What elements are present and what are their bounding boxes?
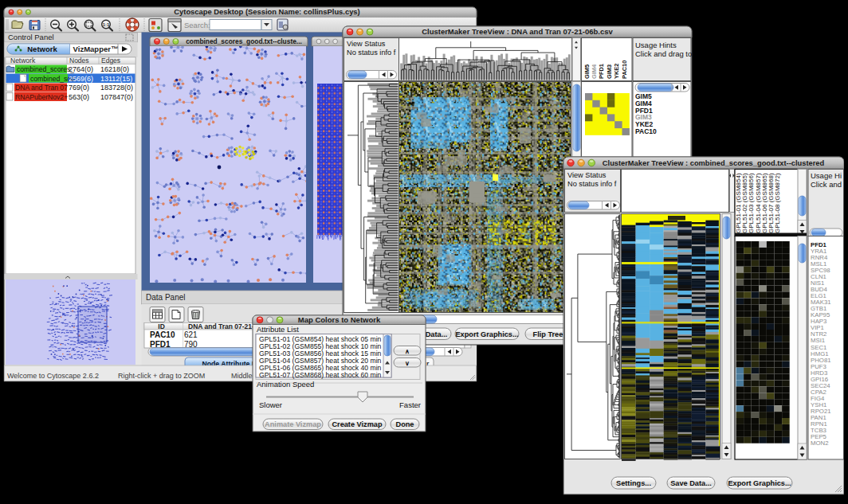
svg-text:Click and drag to: Click and drag to [635, 49, 692, 58]
svg-text:Slower: Slower [259, 400, 282, 409]
svg-text:16218(0): 16218(0) [100, 65, 129, 73]
svg-text:PFD1: PFD1 [150, 340, 171, 349]
svg-text:Export Graphics...: Export Graphics... [728, 479, 791, 487]
svg-text:Map Colors to Network: Map Colors to Network [298, 315, 381, 324]
svg-text:Settings...: Settings... [616, 479, 651, 487]
svg-text:Cytoscape Desktop (Session Nam: Cytoscape Desktop (Session Name: collins… [174, 7, 359, 16]
svg-text:183728(0): 183728(0) [100, 84, 133, 92]
svg-text:∨: ∨ [405, 360, 410, 367]
svg-text:No status info f: No status info f [567, 180, 617, 188]
svg-text:VizMapper™: VizMapper™ [73, 45, 119, 53]
svg-text:ID: ID [158, 322, 165, 330]
svg-text:Done: Done [396, 420, 414, 428]
svg-text:Network: Network [27, 45, 57, 53]
svg-text:563(0): 563(0) [69, 93, 89, 101]
svg-text:Save Data...: Save Data... [670, 479, 712, 487]
svg-text:GIM5: GIM5 [583, 64, 591, 79]
svg-text:combined_scores_: combined_scores_ [17, 65, 74, 73]
svg-text:YKE2: YKE2 [613, 64, 620, 79]
svg-text:769(0): 769(0) [69, 84, 89, 92]
svg-text:ClusterMaker TreeView : DNA an: ClusterMaker TreeView : DNA and Tran 07-… [422, 27, 613, 36]
svg-text:PFD1: PFD1 [598, 64, 605, 79]
svg-text:DNA and Tran 07: DNA and Tran 07 [15, 84, 68, 92]
svg-text:GPL51-08 (GSM872): GPL51-08 (GSM872) [774, 173, 781, 233]
svg-text:RNAPuberNov2+: RNAPuberNov2+ [15, 93, 68, 101]
svg-text:Create Vizmap: Create Vizmap [332, 420, 383, 428]
svg-text:GIM3: GIM3 [606, 64, 613, 79]
svg-text:View Status: View Status [347, 40, 386, 48]
svg-text:GIM4: GIM4 [591, 64, 598, 79]
svg-text:1:1: 1:1 [103, 22, 110, 27]
svg-text:∧: ∧ [405, 348, 410, 355]
svg-text:621: 621 [184, 330, 198, 339]
svg-text:PAC10: PAC10 [635, 127, 657, 135]
svg-text:GPL51-07 (GSM868) heat shock 6: GPL51-07 (GSM868) heat shock 60 min [259, 371, 382, 379]
svg-text:Animation Speed: Animation Speed [257, 380, 314, 389]
svg-text:790: 790 [184, 340, 198, 349]
svg-text:Click and: Click and [811, 180, 842, 189]
svg-text:107847(0): 107847(0) [100, 93, 133, 101]
svg-text:Network: Network [10, 57, 36, 64]
svg-text:2764(0): 2764(0) [69, 65, 93, 73]
svg-text:Control Panel: Control Panel [8, 33, 54, 41]
svg-text:Animate Vizmap: Animate Vizmap [265, 420, 321, 428]
svg-text:combined_scores_good.txt--clus: combined_scores_good.txt--cluste... [186, 37, 302, 45]
svg-text:Right-click + drag to ZOOM: Right-click + drag to ZOOM [118, 372, 205, 380]
svg-text:Search:: Search: [184, 21, 210, 29]
svg-text:PAC10: PAC10 [150, 330, 175, 339]
svg-text:Edges: Edges [101, 57, 120, 64]
svg-text:Data Panel: Data Panel [146, 293, 185, 302]
svg-text:Attribute List: Attribute List [257, 325, 299, 334]
svg-text:MON2: MON2 [811, 440, 829, 447]
svg-text:Export Graphics...: Export Graphics... [455, 330, 518, 338]
svg-text:PAC10: PAC10 [621, 61, 628, 79]
svg-text:No status info f: No status info f [347, 49, 396, 57]
svg-text:13112(15): 13112(15) [100, 75, 132, 83]
svg-text:Nodes: Nodes [69, 57, 89, 64]
svg-text:Usage Hi: Usage Hi [811, 171, 842, 180]
svg-text:View Status: View Status [567, 171, 607, 179]
svg-text:Faster: Faster [399, 400, 421, 409]
svg-text:Welcome to Cytoscape 2.6.2: Welcome to Cytoscape 2.6.2 [7, 372, 99, 380]
svg-text:ClusterMaker TreeView : combin: ClusterMaker TreeView : combined_scores_… [603, 159, 825, 167]
svg-text:2569(6): 2569(6) [69, 75, 93, 83]
svg-text:Usage Hints: Usage Hints [635, 41, 677, 49]
